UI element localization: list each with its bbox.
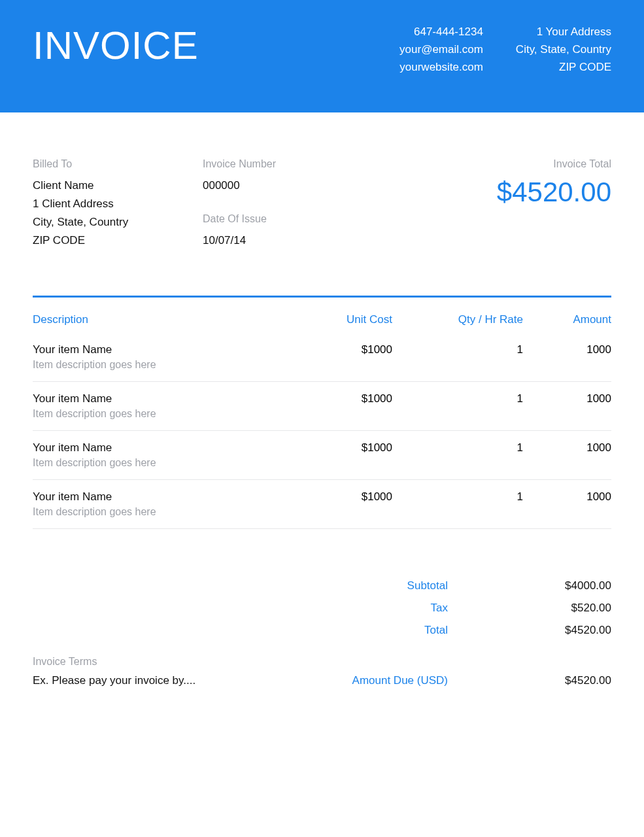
sender-contact: 647-444-1234 your@email.com yourwebsite.… (399, 23, 483, 77)
invoice-page: INVOICE 647-444-1234 your@email.com your… (0, 0, 644, 837)
table-header: Description Unit Cost Qty / Hr Rate Amou… (33, 309, 611, 338)
invoice-total-label: Invoice Total (373, 158, 611, 170)
tax-value: $520.00 (487, 602, 611, 615)
col-description-label: Description (33, 313, 288, 326)
line-item-row: Your item NameItem description goes here… (33, 431, 611, 480)
tax-label: Tax (288, 602, 487, 615)
subtotal-row: Subtotal $4000.00 (288, 575, 611, 597)
sender-email: your@email.com (399, 41, 483, 58)
total-value: $4520.00 (487, 624, 611, 637)
client-zip: ZIP CODE (33, 231, 203, 250)
tax-row: Tax $520.00 (288, 597, 611, 619)
sender-address-line1: 1 Your Address (516, 23, 611, 41)
date-of-issue-value: 10/07/14 (203, 231, 373, 250)
client-name: Client Name (33, 177, 203, 195)
item-qty: 1 (392, 441, 523, 469)
summary-block: Subtotal $4000.00 Tax $520.00 Total $452… (33, 575, 611, 641)
item-description: Item description goes here (33, 506, 288, 518)
amount-due-value: $4520.00 (487, 674, 611, 687)
invoice-header: INVOICE 647-444-1234 your@email.com your… (0, 0, 644, 112)
invoice-total-value: $4520.00 (373, 177, 611, 208)
invoice-number-value: 000000 (203, 177, 373, 195)
item-amount: 1000 (523, 392, 611, 420)
table-divider (33, 296, 611, 298)
item-name: Your item Name (33, 490, 288, 504)
col-qty-label: Qty / Hr Rate (392, 313, 523, 326)
item-name: Your item Name (33, 441, 288, 454)
billed-to-block: Billed To Client Name 1 Client Address C… (33, 158, 203, 250)
total-label: Total (288, 624, 487, 637)
item-qty: 1 (392, 490, 523, 518)
sender-phone: 647-444-1234 (399, 23, 483, 41)
client-address-line2: City, State, Country (33, 213, 203, 231)
item-unit-cost: $1000 (288, 490, 392, 518)
billed-to-label: Billed To (33, 158, 203, 170)
item-qty: 1 (392, 392, 523, 420)
client-address-line1: 1 Client Address (33, 195, 203, 213)
line-item-row: Your item NameItem description goes here… (33, 338, 611, 382)
subtotal-value: $4000.00 (487, 579, 611, 592)
item-unit-cost: $1000 (288, 392, 392, 420)
line-item-row: Your item NameItem description goes here… (33, 480, 611, 529)
invoice-body: Billed To Client Name 1 Client Address C… (0, 112, 644, 713)
item-qty: 1 (392, 343, 523, 371)
page-title: INVOICE (33, 23, 399, 68)
item-description: Item description goes here (33, 408, 288, 420)
item-description: Item description goes here (33, 359, 288, 371)
item-unit-cost: $1000 (288, 343, 392, 371)
item-amount: 1000 (523, 343, 611, 371)
sender-website: yourwebsite.com (399, 58, 483, 76)
item-name: Your item Name (33, 343, 288, 356)
sender-address-line2: City, State, Country (516, 41, 611, 58)
sender-address: 1 Your Address City, State, Country ZIP … (516, 23, 611, 77)
item-description: Item description goes here (33, 457, 288, 469)
invoice-number-label: Invoice Number (203, 158, 373, 170)
line-item-row: Your item NameItem description goes here… (33, 382, 611, 431)
col-amount-label: Amount (523, 313, 611, 326)
item-amount: 1000 (523, 490, 611, 518)
date-of-issue-label: Date Of Issue (203, 213, 373, 225)
item-name: Your item Name (33, 392, 288, 405)
terms-text: Ex. Please pay your invoice by.... (33, 674, 288, 687)
invoice-info-block: Invoice Number 000000 Date Of Issue 10/0… (203, 158, 373, 250)
line-items: Your item NameItem description goes here… (33, 338, 611, 529)
invoice-total-block: Invoice Total $4520.00 (373, 158, 611, 250)
invoice-meta: Billed To Client Name 1 Client Address C… (33, 158, 611, 250)
item-unit-cost: $1000 (288, 441, 392, 469)
subtotal-label: Subtotal (288, 579, 487, 592)
amount-due-label: Amount Due (USD) (288, 674, 487, 687)
item-amount: 1000 (523, 441, 611, 469)
sender-address-zip: ZIP CODE (516, 58, 611, 76)
total-row: Total $4520.00 (288, 619, 611, 641)
col-unit-cost-label: Unit Cost (288, 313, 392, 326)
terms-label: Invoice Terms (33, 656, 611, 668)
terms-block: Invoice Terms Ex. Please pay your invoic… (33, 656, 611, 687)
